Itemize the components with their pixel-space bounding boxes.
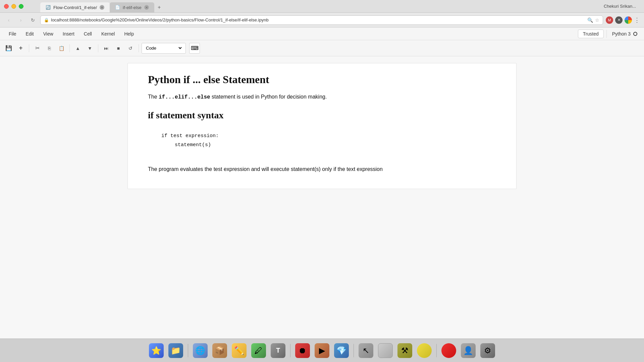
move-up-button[interactable]: ▲	[72, 43, 83, 54]
whitebox-icon	[378, 343, 393, 358]
toolbar-sep-2	[69, 44, 70, 52]
refresh-button[interactable]: ↻	[28, 15, 38, 25]
dock-sep-4	[436, 344, 437, 357]
browser-toolbar-right: M ✕ ⋮	[606, 16, 640, 24]
mail-icon[interactable]: M	[606, 16, 613, 24]
new-tab-button[interactable]: +	[154, 2, 164, 12]
trusted-button[interactable]: Trusted	[578, 29, 604, 38]
dock-record2[interactable]	[440, 342, 458, 359]
tab-if-elif[interactable]: 📄 if-elif-else ✕	[110, 2, 154, 12]
dock-playback[interactable]: ▶	[313, 342, 331, 359]
code-line2: statement(s)	[161, 140, 496, 149]
cell-type-dropdown[interactable]: Code Markdown Raw NBConvert Heading	[142, 43, 186, 54]
menu-cell[interactable]: Cell	[79, 29, 97, 39]
dock-files[interactable]: 📁	[167, 342, 184, 359]
dock-tools[interactable]: ⚒	[396, 342, 414, 359]
dock-whitebox[interactable]	[377, 342, 394, 359]
tab-label-flow: Flow-Control/1_if-else/	[53, 5, 97, 10]
cursor-icon: ↖	[359, 343, 373, 358]
cell-type-select[interactable]: Code Markdown Raw NBConvert Heading	[145, 45, 183, 51]
dock-finder[interactable]: ⭐	[148, 342, 165, 359]
move-down-button[interactable]: ▼	[85, 43, 95, 54]
paste-button[interactable]: 📋	[56, 43, 67, 54]
close-icon-right[interactable]: ✕	[615, 16, 623, 24]
chrome-icon[interactable]	[625, 16, 632, 24]
maximize-button[interactable]	[19, 4, 23, 9]
menu-insert[interactable]: Insert	[58, 29, 79, 39]
dock-cursor[interactable]: ↖	[357, 342, 375, 359]
dock-sep-2	[290, 344, 290, 357]
dock-settings[interactable]: ⚙	[479, 342, 496, 359]
dock-record1[interactable]: ⏺	[294, 342, 311, 359]
record1-icon: ⏺	[295, 343, 310, 358]
tab-label-elif: if-elif-else	[123, 5, 142, 10]
toolbar-sep-1	[29, 44, 29, 52]
user-icon: 👤	[461, 343, 476, 358]
minimize-button[interactable]	[11, 4, 16, 9]
close-button[interactable]	[4, 4, 9, 9]
keyboard-shortcuts-button[interactable]: ⌨	[189, 43, 200, 54]
paragraph1-start: The	[148, 94, 159, 100]
traffic-lights	[4, 4, 23, 9]
dock-yellow[interactable]	[416, 342, 433, 359]
network-icon: 🌐	[193, 343, 208, 358]
restart-button[interactable]: ↺	[125, 43, 136, 54]
dock-edit[interactable]: ✏️	[230, 342, 248, 359]
code-line1: if test expression:	[161, 131, 496, 140]
menu-file[interactable]: File	[4, 29, 21, 39]
forward-button[interactable]: ›	[16, 15, 25, 25]
jupyter-toolbar: 💾 + ✂ ⎘ 📋 ▲ ▼ ⏭ ■ ↺ Code Markdown Raw NB…	[0, 40, 644, 56]
menu-kernel[interactable]: Kernel	[97, 29, 119, 39]
tab-icon-flow: 🔄	[46, 5, 51, 10]
notebook-cell-main: Python if ... else Statement The if...el…	[127, 63, 517, 189]
add-cell-button[interactable]: +	[15, 43, 26, 54]
dock-network[interactable]: 🌐	[192, 342, 209, 359]
back-button[interactable]: ‹	[4, 15, 13, 25]
cut-button[interactable]: ✂	[32, 43, 43, 54]
dock-pen[interactable]: 🖊	[250, 342, 267, 359]
dock-user[interactable]: 👤	[460, 342, 477, 359]
stop-button[interactable]: ■	[113, 43, 124, 54]
bookmark-icon[interactable]: ☆	[595, 17, 599, 23]
menu-view[interactable]: View	[39, 29, 58, 39]
copy-button[interactable]: ⎘	[44, 43, 55, 54]
packages-icon: 📦	[212, 343, 227, 358]
notebook-area: Python if ... else Statement The if...el…	[0, 56, 644, 362]
finder-icon: ⭐	[149, 343, 164, 358]
menu-edit[interactable]: Edit	[21, 29, 39, 39]
dock-text[interactable]: T	[269, 342, 287, 359]
address-bar-row: ‹ › ↻ 🔒 localhost:8888/notebooks/Google%…	[0, 13, 644, 27]
menu-help[interactable]: Help	[119, 29, 139, 39]
tab-close-flow[interactable]: ✕	[100, 5, 104, 10]
pen-icon: 🖊	[251, 343, 266, 358]
lock-icon: 🔒	[44, 18, 49, 22]
skip-button[interactable]: ⏭	[101, 43, 112, 54]
paragraph1-end: statement is used in Python for decision…	[210, 94, 327, 100]
menu-right-area: Trusted Python 3	[578, 29, 640, 38]
user-name: Chekuri Srikan...	[604, 4, 640, 9]
jupyter-container[interactable]: Python if ... else Statement The if...el…	[0, 56, 644, 362]
paragraph2: The program evaluates the test expressio…	[148, 165, 496, 174]
tab-icon-elif: 📄	[115, 5, 120, 10]
text-icon: T	[271, 343, 285, 358]
address-text: localhost:8888/notebooks/Google%20Drive/…	[51, 17, 585, 22]
dock-packages[interactable]: 📦	[211, 342, 228, 359]
kernel-status: Python 3	[609, 31, 640, 37]
paragraph1: The if...elif...else statement is used i…	[148, 93, 496, 102]
heading1: Python if ... else Statement	[148, 73, 496, 86]
address-bar[interactable]: 🔒 localhost:8888/notebooks/Google%20Driv…	[40, 15, 603, 25]
tab-flow-control[interactable]: 🔄 Flow-Control/1_if-else/ ✕	[40, 2, 110, 12]
search-icon[interactable]: 🔍	[587, 17, 593, 23]
dock-gem[interactable]: 💎	[333, 342, 350, 359]
more-options-icon[interactable]: ⋮	[634, 16, 640, 24]
yellow-icon	[417, 343, 432, 358]
dock-sep-3	[354, 344, 354, 357]
save-button[interactable]: 💾	[3, 43, 14, 54]
files-icon: 📁	[168, 343, 183, 358]
menu-sep	[606, 30, 607, 38]
tab-close-elif[interactable]: ✕	[144, 5, 149, 10]
kernel-circle	[633, 32, 637, 36]
toolbar-sep-4	[139, 44, 139, 52]
toolbar-sep-3	[98, 44, 98, 52]
notebook-inner: Python if ... else Statement The if...el…	[121, 63, 523, 189]
